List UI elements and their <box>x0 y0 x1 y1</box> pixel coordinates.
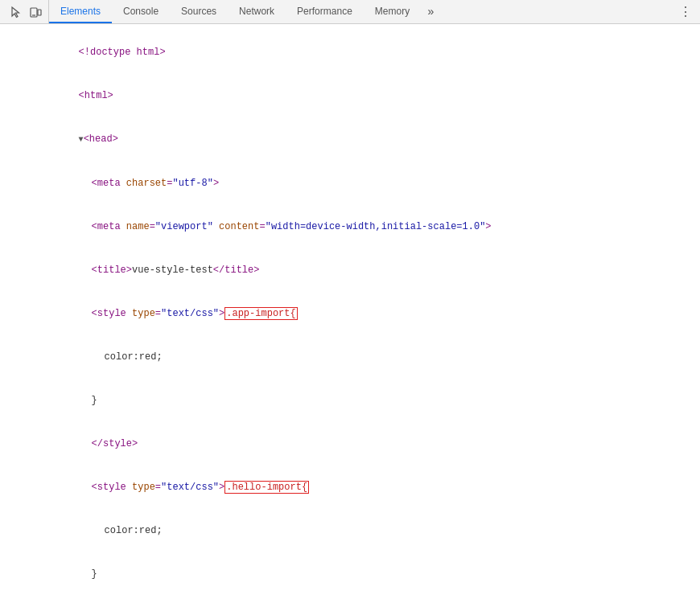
elements-panel: <!doctype html> <html> ▼<head> <meta cha… <box>0 24 700 599</box>
device-toggle-icon[interactable] <box>27 4 43 20</box>
app-import-highlight: .app-import{ <box>224 307 297 320</box>
dom-line-3[interactable]: ▼<head> <box>0 117 700 162</box>
tab-performance[interactable]: Performance <box>286 0 364 23</box>
dom-line-10[interactable]: </style> <box>0 422 700 466</box>
dom-line-4[interactable]: <meta charset="utf-8"> <box>0 162 700 205</box>
dom-line-6[interactable]: <title>vue-style-test</title> <box>0 248 700 292</box>
dom-line-13[interactable]: } <box>0 552 700 596</box>
devtools-icon-bar <box>3 0 49 23</box>
dom-line-8[interactable]: color:red; <box>0 335 700 379</box>
inspect-element-icon[interactable] <box>8 4 24 20</box>
dom-line-1[interactable]: <!doctype html> <box>0 31 700 74</box>
devtools-menu-button[interactable]: ⋮ <box>674 1 697 23</box>
hello-import-highlight: .hello-import{ <box>224 481 309 494</box>
dom-line-11[interactable]: <style type="text/css">.hello-import{ <box>0 466 700 509</box>
dom-line-5[interactable]: <meta name="viewport" content="width=dev… <box>0 205 700 248</box>
dom-line-14[interactable]: </style> <box>0 596 700 599</box>
dom-tree: <!doctype html> <html> ▼<head> <meta cha… <box>0 27 700 599</box>
tab-memory[interactable]: Memory <box>364 0 421 23</box>
tab-overflow-btn[interactable]: » <box>421 0 440 23</box>
tab-sources[interactable]: Sources <box>170 0 228 23</box>
tab-elements[interactable]: Elements <box>49 0 112 23</box>
dom-line-9[interactable]: } <box>0 379 700 422</box>
devtools-header: Elements Console Sources Network Perform… <box>0 0 700 24</box>
dom-line-12[interactable]: color:red; <box>0 509 700 552</box>
devtools-tabs: Elements Console Sources Network Perform… <box>49 0 673 23</box>
tab-network[interactable]: Network <box>228 0 286 23</box>
dom-line-7[interactable]: <style type="text/css">.app-import{ <box>0 292 700 335</box>
svg-rect-1 <box>38 10 41 15</box>
tab-console[interactable]: Console <box>112 0 170 23</box>
dom-line-2[interactable]: <html> <box>0 74 700 117</box>
